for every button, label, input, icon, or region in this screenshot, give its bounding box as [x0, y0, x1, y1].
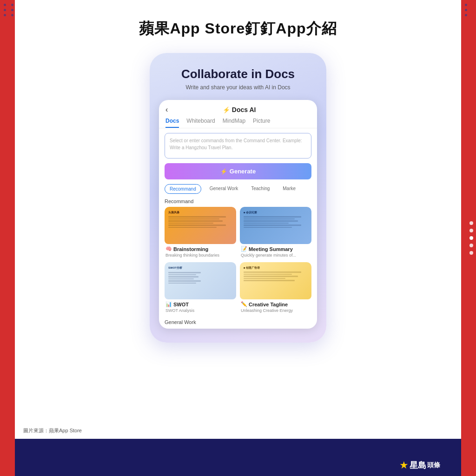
bottom-bar: ★ 星島 頭條 — [15, 439, 461, 476]
card-thumb-swot: SWOT分析 — [165, 262, 236, 299]
screen-tabs: Docs Whiteboard MindMap Picture — [159, 114, 317, 128]
logo-star-icon: ★ — [399, 459, 409, 471]
logo-sub-text: 頭條 — [427, 461, 440, 469]
thumb-cn-title-brainstorm: 头脑风暴 — [168, 211, 232, 215]
dot-5 — [469, 251, 473, 255]
hero-title: Collaborate in Docs — [181, 67, 295, 81]
card-desc-tagline: Unleashing Creative Energy — [241, 308, 311, 313]
card-title-tagline: Creative Tagline — [249, 302, 288, 307]
logo-main-text: 星島 — [410, 460, 426, 471]
logo: ★ 星島 頭條 — [399, 459, 440, 471]
card-thumb-brainstorm: 头脑风暴 — [165, 207, 236, 244]
card-emoji-swot: 📊 — [165, 301, 172, 307]
card-meta-tagline: ✏️ Creative Tagline Unleashing Creative … — [240, 299, 311, 314]
pagination-dots — [469, 221, 473, 255]
tab-whiteboard[interactable]: Whiteboard — [186, 118, 215, 128]
card-thumb-tagline: ■ 创意广告语 — [240, 262, 311, 299]
card-meta-swot: 📊 SWOT SWOT Analysis — [165, 299, 236, 314]
page-title: 蘋果App Store釘釘App介紹 — [139, 19, 337, 39]
pill-marketing[interactable]: Marke — [278, 184, 300, 194]
command-input-placeholder: Select or enter commands from the Comman… — [170, 137, 306, 151]
card-emoji-brainstorming: 🧠 — [165, 246, 172, 252]
card-desc-brainstorming: Breaking thinking boundaries — [165, 253, 235, 258]
card-creative-tagline[interactable]: ■ 创意广告语 ✏️ Creative Tagline — [240, 262, 311, 314]
cards-grid: 头脑风暴 🧠 Brainstorming — [159, 207, 317, 317]
right-red-strip — [461, 0, 476, 476]
generate-label: Generate — [230, 168, 256, 175]
card-title-meeting: Meeting Summary — [249, 246, 293, 252]
left-red-strip — [0, 0, 15, 476]
card-desc-swot: SWOT Analysis — [165, 308, 235, 313]
tab-mindmap[interactable]: MindMap — [223, 118, 245, 128]
general-work-label: General Work — [159, 317, 317, 329]
dot-4 — [469, 244, 473, 247]
generate-button[interactable]: ⚡ Generate — [165, 163, 311, 179]
card-emoji-meeting: 📝 — [241, 246, 247, 252]
screen-title-row: ⚡ Docs AI — [168, 106, 311, 113]
card-emoji-tagline: ✏️ — [241, 301, 247, 307]
card-brainstorming[interactable]: 头脑风暴 🧠 Brainstorming — [165, 207, 236, 258]
screen-title: Docs AI — [232, 106, 256, 113]
pill-general-work[interactable]: General Work — [205, 184, 243, 194]
main-content: 蘋果App Store釘釘App介紹 Collaborate in Docs W… — [15, 0, 461, 439]
category-pills: Recommand General Work Teaching Marke — [159, 184, 317, 194]
card-meta-meeting: 📝 Meeting Summary Quickly generate minut… — [240, 244, 311, 258]
tab-docs[interactable]: Docs — [165, 118, 179, 128]
command-input[interactable]: Select or enter commands from the Comman… — [165, 133, 311, 159]
card-thumb-meeting: ■ 会议纪要 — [240, 207, 311, 244]
generate-icon: ⚡ — [220, 168, 227, 175]
card-desc-meeting: Quickly generate minutes of... — [241, 253, 311, 258]
source-text: 圖片來源：蘋果App Store — [23, 427, 82, 434]
card-swot[interactable]: SWOT分析 — [165, 262, 236, 314]
pill-teaching[interactable]: Teaching — [246, 184, 274, 194]
screen-header: ‹ ⚡ Docs AI — [159, 100, 317, 114]
phone-screen: ‹ ⚡ Docs AI Docs Whiteboard MindMap Pict… — [159, 100, 317, 329]
hero-section: Collaborate in Docs Write and share your… — [181, 67, 295, 91]
dot-1 — [469, 221, 473, 225]
thumb-cn-title-meeting: ■ 会议纪要 — [244, 211, 308, 215]
card-meeting-summary[interactable]: ■ 会议纪要 📝 Meeting Summary — [240, 207, 311, 258]
card-title-brainstorming: Brainstorming — [173, 246, 208, 252]
recommand-section-label: Recommand — [159, 197, 317, 207]
thumb-cn-title-tagline: ■ 创意广告语 — [244, 266, 308, 270]
swot-title-area: SWOT分析 — [168, 266, 201, 284]
card-title-swot: SWOT — [173, 302, 189, 307]
hero-subtitle: Write and share your ideas with AI in Do… — [181, 84, 295, 91]
swot-cn-title: SWOT分析 — [168, 266, 201, 270]
dot-3 — [469, 236, 473, 240]
card-meta-brainstorming: 🧠 Brainstorming Breaking thinking bounda… — [165, 244, 236, 258]
tab-picture[interactable]: Picture — [253, 118, 270, 128]
docs-ai-icon: ⚡ — [223, 106, 230, 113]
pill-recommand[interactable]: Recommand — [165, 184, 201, 194]
dot-2 — [469, 229, 473, 232]
phone-mockup: Collaborate in Docs Write and share your… — [150, 53, 326, 343]
